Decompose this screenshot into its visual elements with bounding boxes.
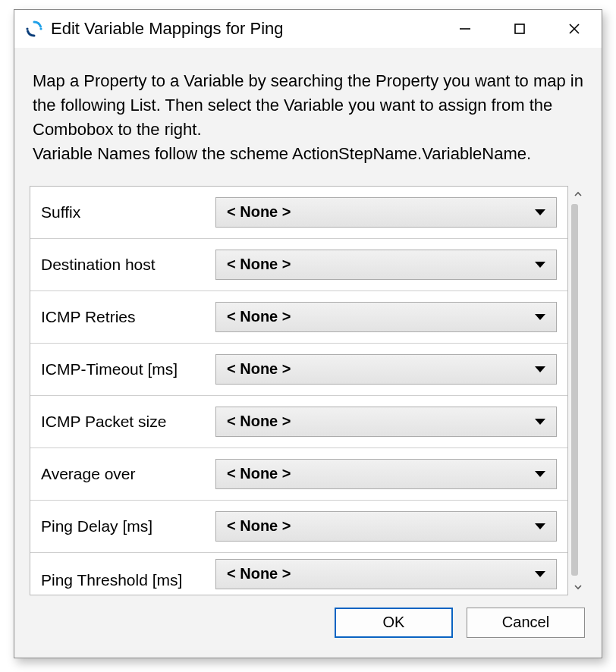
- variable-combobox[interactable]: < None >: [215, 559, 557, 589]
- variable-combobox[interactable]: < None >: [215, 459, 557, 489]
- mapping-row: Ping Threshold [ms] < None >: [30, 553, 567, 591]
- property-name: ICMP Packet size: [41, 413, 215, 431]
- window-title: Edit Variable Mappings for Ping: [51, 19, 438, 39]
- scrollbar[interactable]: [570, 186, 586, 595]
- chevron-down-icon: [535, 262, 545, 268]
- chevron-down-icon: [535, 471, 545, 477]
- ok-button[interactable]: OK: [335, 608, 453, 638]
- variable-combobox[interactable]: < None >: [215, 302, 557, 332]
- variable-combobox[interactable]: < None >: [215, 407, 557, 437]
- combobox-value: < None >: [227, 308, 535, 325]
- property-name: ICMP-Timeout [ms]: [41, 360, 215, 378]
- svg-point-0: [39, 27, 42, 30]
- cancel-button[interactable]: Cancel: [467, 608, 585, 638]
- chevron-down-icon: [535, 366, 545, 372]
- property-name: Ping Threshold [ms]: [41, 571, 215, 589]
- combobox-value: < None >: [227, 203, 535, 221]
- instructions-text: Map a Property to a Variable by searchin…: [14, 48, 602, 178]
- mapping-row: Destination host < None >: [30, 239, 567, 291]
- minimize-button[interactable]: [438, 10, 492, 47]
- scroll-up-icon[interactable]: [570, 186, 586, 203]
- svg-point-1: [26, 27, 28, 30]
- property-name: Suffix: [41, 203, 215, 221]
- chevron-down-icon: [535, 419, 545, 425]
- mapping-row: ICMP Packet size < None >: [30, 396, 567, 448]
- combobox-value: < None >: [227, 517, 535, 535]
- mapping-row: Ping Delay [ms] < None >: [30, 501, 567, 553]
- scroll-down-icon[interactable]: [570, 579, 586, 595]
- property-name: Ping Delay [ms]: [41, 517, 215, 535]
- variable-combobox[interactable]: < None >: [215, 250, 557, 280]
- instructions-line-1: Map a Property to a Variable by searchin…: [33, 71, 583, 139]
- mapping-row: ICMP Retries < None >: [30, 291, 567, 344]
- chevron-down-icon: [535, 314, 545, 320]
- mapping-list-container: Suffix < None > Destination host < None …: [30, 186, 586, 595]
- app-icon: [25, 20, 43, 38]
- mapping-row: ICMP-Timeout [ms] < None >: [30, 344, 567, 396]
- chevron-down-icon: [535, 571, 545, 577]
- property-name: ICMP Retries: [41, 308, 215, 326]
- close-button[interactable]: [547, 10, 602, 47]
- variable-combobox[interactable]: < None >: [215, 511, 557, 542]
- maximize-button[interactable]: [492, 10, 547, 47]
- combobox-value: < None >: [227, 256, 535, 273]
- combobox-value: < None >: [227, 413, 535, 430]
- combobox-value: < None >: [227, 565, 535, 583]
- scrollbar-thumb[interactable]: [571, 204, 578, 576]
- variable-combobox[interactable]: < None >: [215, 354, 557, 385]
- combobox-value: < None >: [227, 360, 535, 378]
- svg-rect-3: [515, 24, 524, 33]
- cancel-button-label: Cancel: [502, 614, 549, 631]
- property-name: Destination host: [41, 256, 215, 274]
- window-frame: Edit Variable Mappings for Ping Map a Pr…: [14, 10, 602, 658]
- mapping-list: Suffix < None > Destination host < None …: [30, 186, 568, 595]
- chevron-down-icon: [535, 209, 545, 215]
- window-controls: [438, 10, 602, 47]
- chevron-down-icon: [535, 523, 545, 529]
- ok-button-label: OK: [383, 614, 405, 631]
- mapping-row: Suffix < None >: [30, 187, 567, 239]
- dialog-window: Edit Variable Mappings for Ping Map a Pr…: [14, 9, 602, 658]
- mapping-row: Average over < None >: [30, 448, 567, 501]
- property-name: Average over: [41, 465, 215, 483]
- titlebar: Edit Variable Mappings for Ping: [14, 10, 602, 48]
- instructions-line-2: Variable Names follow the scheme ActionS…: [33, 144, 531, 163]
- dialog-button-row: OK Cancel: [14, 595, 602, 638]
- variable-combobox[interactable]: < None >: [215, 197, 557, 228]
- dialog-content: Map a Property to a Variable by searchin…: [14, 48, 602, 658]
- combobox-value: < None >: [227, 465, 535, 482]
